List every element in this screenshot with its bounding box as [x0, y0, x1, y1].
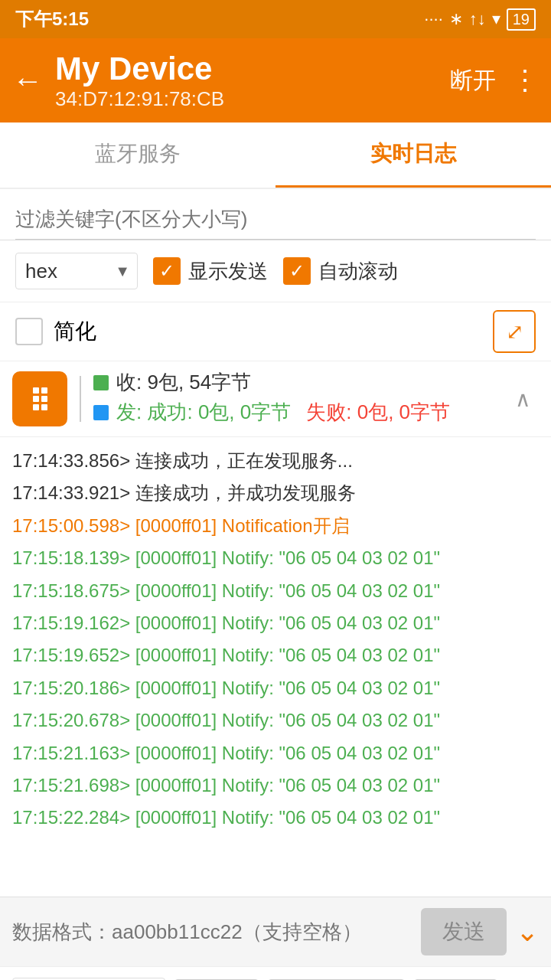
header-actions: 断开 ⋮	[450, 64, 539, 96]
log-message: [0000ff01] Notify: "06 05 04 03 02 01"	[130, 580, 440, 601]
tab-realtime-log[interactable]: 实时日志	[276, 122, 551, 188]
controls-row: hex text ▼ ✓ 显示发送 ✓ 自动滚动	[0, 240, 551, 302]
bluetooth-icon: ∗	[449, 9, 463, 29]
log-time: 17:15:21.163>	[12, 743, 130, 763]
list-item: 17:15:19.162> [0000ff01] Notify: "06 05 …	[12, 607, 539, 639]
log-area[interactable]: 17:14:33.856> 连接成功，正在发现服务... 17:14:33.92…	[0, 437, 551, 897]
status-bar: 下午5:15 ···· ∗ ↑↓ ▾ 19	[0, 0, 551, 38]
auto-scroll-text: 自动滚动	[318, 258, 398, 285]
list-item: 17:15:20.186> [0000ff01] Notify: "06 05 …	[12, 672, 539, 704]
stats-content: 收: 9包, 54字节 发: 成功: 0包, 0字节 失败: 0包, 0字节	[93, 369, 507, 429]
log-time: 17:15:20.186>	[12, 678, 130, 698]
more-menu-button[interactable]: ⋮	[511, 64, 539, 96]
format-select[interactable]: hex text	[15, 253, 138, 289]
received-dot	[93, 375, 109, 390]
tab-bluetooth-services[interactable]: 蓝牙服务	[0, 122, 276, 188]
expand-icon: ⤢	[506, 319, 523, 345]
log-time: 17:15:19.652>	[12, 645, 130, 665]
network-icon: ↑↓	[469, 9, 486, 29]
log-time: 17:15:00.598>	[12, 515, 130, 536]
auto-scroll-checkbox[interactable]: ✓	[283, 257, 311, 285]
list-item: 17:15:21.163> [0000ff01] Notify: "06 05 …	[12, 737, 539, 769]
log-message: [0000ff01] Notification开启	[130, 515, 349, 536]
collapse-button[interactable]: ∧	[507, 379, 539, 420]
log-message: [0000ff01] Notify: "06 05 04 03 02 01"	[130, 678, 440, 698]
simplify-left: 简化	[15, 317, 96, 346]
header: ← My Device 34:D7:12:91:78:CB 断开 ⋮	[0, 38, 551, 122]
stats-panel: 收: 9包, 54字节 发: 成功: 0包, 0字节 失败: 0包, 0字节 ∧	[0, 361, 551, 437]
show-send-checkbox[interactable]: ✓	[153, 257, 181, 285]
show-send-label[interactable]: ✓ 显示发送	[153, 257, 268, 285]
bottom-options: hex text ▼ Default No Response Signed	[0, 966, 551, 980]
sent-dot	[93, 405, 109, 420]
back-button[interactable]: ←	[12, 64, 43, 98]
log-message: [0000ff01] Notify: "06 05 04 03 02 01"	[130, 710, 440, 730]
list-item: 17:15:21.698> [0000ff01] Notify: "06 05 …	[12, 769, 539, 802]
log-message: [0000ff01] Notify: "06 05 04 03 02 01"	[130, 743, 440, 763]
list-item: 17:15:18.139> [0000ff01] Notify: "06 05 …	[12, 542, 539, 574]
log-time: 17:15:18.675>	[12, 580, 130, 601]
stats-received-row: 收: 9包, 54字节	[93, 369, 507, 396]
list-item: 17:15:22.284> [0000ff01] Notify: "06 05 …	[12, 802, 539, 834]
show-send-text: 显示发送	[188, 258, 268, 285]
status-time: 下午5:15	[15, 7, 89, 31]
received-label: 收: 9包, 54字节	[116, 369, 251, 396]
stats-icon	[12, 371, 67, 426]
list-item: 17:15:20.678> [0000ff01] Notify: "06 05 …	[12, 704, 539, 737]
log-message: 连接成功，并成功发现服务	[130, 482, 356, 503]
sent-fail-label: 失败: 0包, 0字节	[306, 399, 450, 426]
log-message: 连接成功，正在发现服务...	[130, 450, 353, 471]
log-message: [0000ff01] Notify: "06 05 04 03 02 01"	[130, 807, 440, 828]
auto-scroll-label[interactable]: ✓ 自动滚动	[283, 257, 398, 285]
list-item: 17:15:00.598> [0000ff01] Notification开启	[12, 510, 539, 542]
send-bar: 发送 ⌄	[0, 897, 551, 966]
expand-down-icon[interactable]: ⌄	[516, 916, 539, 948]
log-time: 17:15:22.284>	[12, 807, 130, 828]
header-title-block: My Device 34:D7:12:91:78:CB	[55, 51, 450, 111]
battery-icon: 19	[507, 8, 536, 31]
wifi-icon: ▾	[492, 9, 500, 29]
list-item: 17:15:18.675> [0000ff01] Notify: "06 05 …	[12, 575, 539, 607]
log-time: 17:15:20.678>	[12, 710, 130, 730]
disconnect-button[interactable]: 断开	[450, 65, 496, 96]
log-message: [0000ff01] Notify: "06 05 04 03 02 01"	[130, 775, 440, 795]
log-message: [0000ff01] Notify: "06 05 04 03 02 01"	[130, 645, 440, 665]
log-time: 17:14:33.856>	[12, 450, 130, 471]
list-item: 17:15:19.652> [0000ff01] Notify: "06 05 …	[12, 639, 539, 671]
filter-input[interactable]	[15, 201, 536, 240]
device-title: My Device	[55, 51, 450, 87]
log-message: [0000ff01] Notify: "06 05 04 03 02 01"	[130, 547, 440, 568]
format-select-wrapper: hex text ▼	[15, 253, 138, 289]
log-time: 17:15:18.139>	[12, 547, 130, 568]
send-button[interactable]: 发送	[421, 908, 507, 956]
log-time: 17:14:33.921>	[12, 482, 130, 503]
tabs: 蓝牙服务 实时日志	[0, 122, 551, 189]
device-subtitle: 34:D7:12:91:78:CB	[55, 87, 450, 111]
status-icons: ···· ∗ ↑↓ ▾ 19	[424, 8, 536, 31]
stats-divider	[80, 376, 81, 422]
list-item: 17:14:33.856> 连接成功，正在发现服务...	[12, 445, 539, 477]
sent-success-label: 发: 成功: 0包, 0字节	[116, 399, 291, 426]
signal-dots-icon: ····	[424, 9, 442, 29]
stats-sent-row: 发: 成功: 0包, 0字节 失败: 0包, 0字节	[93, 399, 507, 426]
expand-button[interactable]: ⤢	[493, 310, 536, 353]
log-time: 17:15:19.162>	[12, 612, 130, 633]
log-time: 17:15:21.698>	[12, 775, 130, 795]
filter-section	[0, 189, 551, 240]
log-message: [0000ff01] Notify: "06 05 04 03 02 01"	[130, 612, 440, 633]
list-item: 17:14:33.921> 连接成功，并成功发现服务	[12, 477, 539, 509]
simplify-checkbox[interactable]	[15, 318, 43, 345]
send-input[interactable]	[12, 920, 412, 944]
simplify-label: 简化	[54, 317, 96, 346]
simplify-row: 简化 ⤢	[0, 302, 551, 361]
